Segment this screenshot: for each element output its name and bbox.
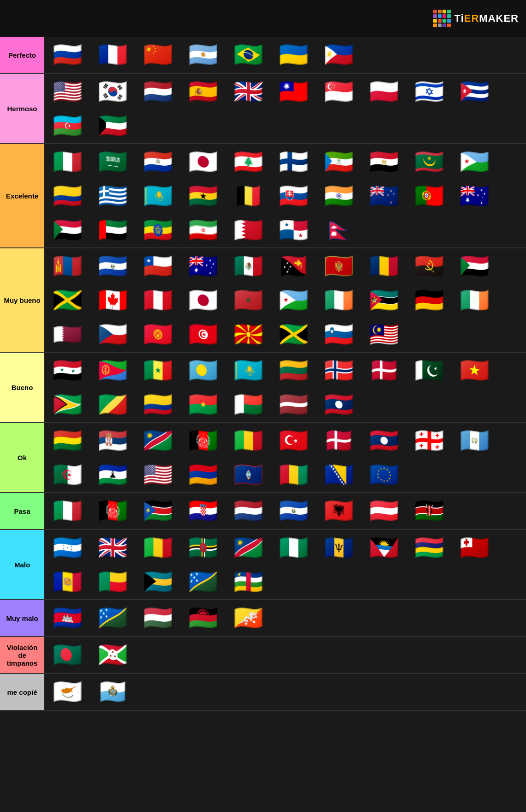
flag-cell[interactable]: 🇭🇷 — [181, 494, 225, 527]
flag-cell[interactable]: 🇵🇦 — [271, 213, 316, 247]
flag-cell[interactable]: 🇸🇩 — [452, 249, 496, 283]
flag-cell[interactable]: 🇬🇭 — [181, 179, 225, 212]
flag-cell[interactable]: 🇩🇲 — [181, 531, 225, 564]
flag-cell[interactable]: 🇦🇲 — [181, 458, 225, 491]
flag-cell[interactable]: 🇧🇩 — [45, 638, 90, 671]
flag-cell[interactable]: 🇲🇱 — [226, 424, 270, 457]
flag-cell[interactable]: 🇲🇰 — [226, 318, 270, 351]
flag-cell[interactable]: 🇮🇪 — [317, 283, 361, 317]
flag-cell[interactable]: 🇹🇴 — [452, 531, 496, 564]
flag-cell[interactable]: 🇯🇵 — [181, 145, 225, 178]
flag-cell[interactable]: 🇰🇬 — [136, 318, 180, 351]
flag-cell[interactable]: 🇷🇺 — [45, 38, 90, 71]
flag-cell[interactable]: 🇱🇹 — [271, 354, 316, 387]
flag-cell[interactable]: 🇰🇿 — [226, 354, 270, 387]
flag-cell[interactable]: 🇲🇪 — [317, 249, 361, 283]
flag-cell[interactable]: 🇨🇦 — [90, 283, 135, 317]
flag-cell[interactable]: 🇰🇿 — [136, 179, 180, 212]
flag-cell[interactable]: 🇵🇬 — [271, 249, 316, 283]
flag-cell[interactable]: 🇵🇾 — [136, 145, 180, 178]
flag-cell[interactable]: 🇲🇽 — [226, 249, 270, 283]
flag-cell[interactable]: 🇲🇱 — [136, 531, 180, 564]
flag-cell[interactable]: 🇳🇱 — [136, 75, 180, 108]
flag-cell[interactable]: 🇬🇧 — [226, 75, 270, 108]
flag-cell[interactable]: 🇪🇬 — [362, 145, 406, 178]
flag-cell[interactable]: 🇬🇳 — [271, 458, 316, 491]
flag-cell[interactable]: 🇰🇪 — [407, 494, 451, 527]
flag-cell[interactable]: 🇪🇹 — [136, 213, 180, 247]
flag-cell[interactable]: 🇦🇫 — [90, 494, 135, 527]
flag-cell[interactable]: 🇸🇧 — [90, 601, 135, 634]
flag-cell[interactable]: 🇦🇺 — [181, 249, 225, 283]
flag-cell[interactable]: 🇰🇼 — [90, 109, 135, 142]
flag-cell[interactable]: 🇧🇴 — [45, 424, 90, 457]
flag-cell[interactable]: 🇵🇱 — [362, 75, 406, 108]
flag-cell[interactable]: 🇦🇪 — [90, 213, 135, 247]
flag-cell[interactable]: 🇧🇭 — [226, 213, 270, 247]
flag-cell[interactable]: 🇧🇦 — [317, 458, 361, 491]
flag-cell[interactable]: 🇧🇯 — [90, 565, 135, 598]
flag-cell[interactable]: 🇹🇳 — [181, 318, 225, 351]
flag-cell[interactable]: 🇸🇰 — [271, 179, 316, 212]
flag-cell[interactable]: 🇲🇺 — [407, 531, 451, 564]
flag-cell[interactable]: 🇨🇱 — [136, 249, 180, 283]
flag-cell[interactable]: 🇲🇷 — [407, 145, 451, 178]
flag-cell[interactable]: 🇺🇸 — [45, 75, 90, 108]
flag-cell[interactable]: 🇬🇷 — [90, 179, 135, 212]
flag-cell[interactable]: 🇧🇷 — [226, 38, 270, 71]
flag-cell[interactable]: 🇮🇹 — [45, 145, 90, 178]
flag-cell[interactable]: 🇱🇸 — [90, 458, 135, 491]
flag-cell[interactable]: 🇵🇼 — [181, 354, 225, 387]
flag-cell[interactable]: 🇷🇸 — [90, 424, 135, 457]
flag-cell[interactable]: 🇨🇺 — [452, 75, 496, 108]
flag-cell[interactable]: 🇪🇷 — [90, 354, 135, 387]
flag-cell[interactable]: 🇨🇾 — [45, 675, 90, 708]
flag-cell[interactable]: 🇩🇯 — [452, 145, 496, 178]
flag-cell[interactable]: 🇧🇮 — [90, 638, 135, 671]
flag-cell[interactable]: 🇲🇳 — [45, 249, 90, 283]
flag-cell[interactable]: 🇳🇵 — [317, 213, 361, 247]
flag-cell[interactable]: 🇨🇫 — [226, 565, 270, 598]
flag-cell[interactable]: 🇳🇦 — [136, 424, 180, 457]
flag-cell[interactable]: 🇮🇹 — [45, 494, 90, 527]
flag-cell[interactable]: 🇸🇻 — [271, 494, 316, 527]
flag-cell[interactable]: 🇸🇮 — [317, 318, 361, 351]
flag-cell[interactable]: 🇦🇩 — [45, 565, 90, 598]
flag-cell[interactable]: 🇸🇬 — [317, 75, 361, 108]
flag-cell[interactable]: 🇲🇾 — [362, 318, 406, 351]
flag-cell[interactable]: 🇮🇪 — [452, 283, 496, 317]
flag-cell[interactable]: 🇭🇺 — [136, 601, 180, 634]
flag-cell[interactable]: 🇸🇻 — [90, 249, 135, 283]
flag-cell[interactable]: 🇫🇮 — [271, 145, 316, 178]
flag-cell[interactable]: 🇵🇹 — [407, 179, 451, 212]
flag-cell[interactable]: 🇨🇴 — [136, 388, 180, 421]
flag-cell[interactable]: 🇬🇺 — [226, 458, 270, 491]
flag-cell[interactable]: 🇧🇪 — [226, 179, 270, 212]
flag-cell[interactable]: 🇨🇳 — [136, 38, 180, 71]
flag-cell[interactable]: 🇦🇺 — [452, 179, 496, 212]
flag-cell[interactable]: 🇲🇦 — [226, 283, 270, 317]
flag-cell[interactable]: 🇻🇳 — [452, 354, 496, 387]
flag-cell[interactable]: 🇩🇿 — [45, 458, 90, 491]
flag-cell[interactable]: 🇮🇷 — [181, 213, 225, 247]
flag-cell[interactable]: 🇹🇼 — [271, 75, 316, 108]
flag-cell[interactable]: 🇸🇲 — [90, 675, 135, 708]
flag-cell[interactable]: 🇵🇰 — [407, 354, 451, 387]
flag-cell[interactable]: 🇦🇹 — [362, 494, 406, 527]
flag-cell[interactable]: 🇬🇶 — [317, 145, 361, 178]
flag-cell[interactable]: 🇱🇦 — [317, 388, 361, 421]
flag-cell[interactable]: 🇦🇷 — [181, 38, 225, 71]
flag-cell[interactable]: 🇦🇱 — [317, 494, 361, 527]
flag-cell[interactable]: 🇨🇬 — [90, 388, 135, 421]
flag-cell[interactable]: 🇵🇪 — [136, 283, 180, 317]
flag-cell[interactable]: 🇸🇳 — [136, 354, 180, 387]
flag-cell[interactable]: 🇩🇯 — [271, 283, 316, 317]
flag-cell[interactable]: 🇲🇿 — [362, 283, 406, 317]
flag-cell[interactable]: 🇧🇹 — [226, 601, 270, 634]
flag-cell[interactable]: 🇧🇫 — [181, 388, 225, 421]
flag-cell[interactable]: 🇨🇴 — [45, 179, 90, 212]
flag-cell[interactable]: 🇱🇦 — [362, 424, 406, 457]
flag-cell[interactable]: 🇮🇱 — [407, 75, 451, 108]
flag-cell[interactable]: 🇬🇹 — [452, 424, 496, 457]
flag-cell[interactable]: 🇸🇩 — [45, 213, 90, 247]
